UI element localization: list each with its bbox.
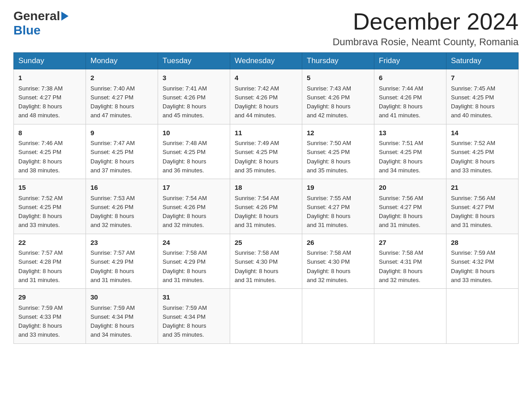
day-info: Sunrise: 7:55 AMSunset: 4:27 PMDaylight:… xyxy=(307,195,351,229)
calendar-cell: 14 Sunrise: 7:52 AMSunset: 4:25 PMDaylig… xyxy=(446,124,519,179)
day-number: 24 xyxy=(163,238,225,248)
day-info: Sunrise: 7:49 AMSunset: 4:25 PMDaylight:… xyxy=(235,140,279,174)
day-info: Sunrise: 7:59 AMSunset: 4:32 PMDaylight:… xyxy=(451,249,495,283)
col-wednesday: Wednesday xyxy=(230,53,302,69)
calendar-cell: 7 Sunrise: 7:45 AMSunset: 4:25 PMDayligh… xyxy=(446,69,519,124)
day-info: Sunrise: 7:57 AMSunset: 4:29 PMDaylight:… xyxy=(90,249,135,283)
day-number: 19 xyxy=(307,183,369,193)
day-number: 16 xyxy=(90,183,153,193)
day-number: 25 xyxy=(235,238,297,248)
day-number: 8 xyxy=(18,128,81,138)
calendar-cell: 11 Sunrise: 7:49 AMSunset: 4:25 PMDaylig… xyxy=(230,124,302,179)
day-number: 14 xyxy=(451,128,514,138)
calendar-cell: 26 Sunrise: 7:58 AMSunset: 4:30 PMDaylig… xyxy=(302,234,374,289)
logo-blue-text: Blue xyxy=(13,23,41,37)
calendar-cell: 4 Sunrise: 7:42 AMSunset: 4:26 PMDayligh… xyxy=(230,69,302,124)
day-info: Sunrise: 7:46 AMSunset: 4:25 PMDaylight:… xyxy=(18,140,63,174)
calendar-cell: 20 Sunrise: 7:56 AMSunset: 4:27 PMDaylig… xyxy=(374,179,446,234)
day-info: Sunrise: 7:44 AMSunset: 4:26 PMDaylight:… xyxy=(379,85,423,119)
location-subtitle: Dumbrava Rosie, Neamt County, Romania xyxy=(333,36,519,48)
day-number: 21 xyxy=(451,183,514,193)
calendar-week-row: 15 Sunrise: 7:52 AMSunset: 4:25 PMDaylig… xyxy=(14,179,519,234)
day-info: Sunrise: 7:42 AMSunset: 4:26 PMDaylight:… xyxy=(235,85,279,119)
day-number: 10 xyxy=(163,128,225,138)
col-friday: Friday xyxy=(374,53,446,69)
calendar-cell: 16 Sunrise: 7:53 AMSunset: 4:26 PMDaylig… xyxy=(86,179,158,234)
calendar-cell: 29 Sunrise: 7:59 AMSunset: 4:33 PMDaylig… xyxy=(14,289,86,344)
day-number: 3 xyxy=(163,73,225,83)
day-info: Sunrise: 7:58 AMSunset: 4:30 PMDaylight:… xyxy=(307,249,351,283)
day-info: Sunrise: 7:43 AMSunset: 4:26 PMDaylight:… xyxy=(307,85,351,119)
calendar-cell xyxy=(446,289,519,344)
month-title: December 2024 xyxy=(333,9,519,34)
col-saturday: Saturday xyxy=(446,53,519,69)
calendar-cell: 17 Sunrise: 7:54 AMSunset: 4:26 PMDaylig… xyxy=(158,179,230,234)
day-info: Sunrise: 7:45 AMSunset: 4:25 PMDaylight:… xyxy=(451,85,495,119)
day-number: 28 xyxy=(451,238,514,248)
day-number: 11 xyxy=(235,128,297,138)
day-number: 31 xyxy=(163,292,225,303)
day-info: Sunrise: 7:50 AMSunset: 4:25 PMDaylight:… xyxy=(307,140,351,174)
calendar-cell: 25 Sunrise: 7:58 AMSunset: 4:30 PMDaylig… xyxy=(230,234,302,289)
day-number: 22 xyxy=(18,238,81,248)
day-number: 30 xyxy=(90,292,153,303)
day-number: 2 xyxy=(90,73,153,83)
day-number: 23 xyxy=(90,238,153,248)
day-number: 13 xyxy=(379,128,442,138)
day-number: 6 xyxy=(379,73,442,83)
calendar-cell: 8 Sunrise: 7:46 AMSunset: 4:25 PMDayligh… xyxy=(14,124,86,179)
day-info: Sunrise: 7:59 AMSunset: 4:34 PMDaylight:… xyxy=(90,304,135,338)
calendar-cell: 28 Sunrise: 7:59 AMSunset: 4:32 PMDaylig… xyxy=(446,234,519,289)
day-number: 20 xyxy=(379,183,442,193)
day-number: 26 xyxy=(307,238,369,248)
page-header: General Blue December 2024 Dumbrava Rosi… xyxy=(13,9,519,48)
logo: General Blue xyxy=(13,9,70,38)
calendar-cell: 21 Sunrise: 7:56 AMSunset: 4:27 PMDaylig… xyxy=(446,179,519,234)
calendar-cell: 13 Sunrise: 7:51 AMSunset: 4:25 PMDaylig… xyxy=(374,124,446,179)
day-number: 9 xyxy=(90,128,153,138)
day-info: Sunrise: 7:58 AMSunset: 4:29 PMDaylight:… xyxy=(163,249,207,283)
calendar-week-row: 8 Sunrise: 7:46 AMSunset: 4:25 PMDayligh… xyxy=(14,124,519,179)
day-info: Sunrise: 7:38 AMSunset: 4:27 PMDaylight:… xyxy=(18,85,63,119)
day-number: 4 xyxy=(235,73,297,83)
col-sunday: Sunday xyxy=(14,53,86,69)
day-info: Sunrise: 7:40 AMSunset: 4:27 PMDaylight:… xyxy=(90,85,135,119)
day-info: Sunrise: 7:54 AMSunset: 4:26 PMDaylight:… xyxy=(163,195,207,229)
day-info: Sunrise: 7:58 AMSunset: 4:30 PMDaylight:… xyxy=(235,249,279,283)
day-info: Sunrise: 7:53 AMSunset: 4:26 PMDaylight:… xyxy=(90,195,135,229)
logo-general-text: General xyxy=(13,9,60,23)
calendar-cell: 2 Sunrise: 7:40 AMSunset: 4:27 PMDayligh… xyxy=(86,69,158,124)
day-number: 12 xyxy=(307,128,369,138)
calendar-cell: 15 Sunrise: 7:52 AMSunset: 4:25 PMDaylig… xyxy=(14,179,86,234)
logo-arrow-icon xyxy=(61,12,69,21)
day-number: 1 xyxy=(18,73,81,83)
day-number: 15 xyxy=(18,183,81,193)
day-number: 5 xyxy=(307,73,369,83)
calendar-cell xyxy=(302,289,374,344)
day-info: Sunrise: 7:52 AMSunset: 4:25 PMDaylight:… xyxy=(18,195,63,229)
day-number: 27 xyxy=(379,238,442,248)
day-number: 17 xyxy=(163,183,225,193)
calendar-cell: 30 Sunrise: 7:59 AMSunset: 4:34 PMDaylig… xyxy=(86,289,158,344)
day-number: 29 xyxy=(18,292,81,303)
col-thursday: Thursday xyxy=(302,53,374,69)
day-info: Sunrise: 7:56 AMSunset: 4:27 PMDaylight:… xyxy=(451,195,495,229)
calendar-week-row: 1 Sunrise: 7:38 AMSunset: 4:27 PMDayligh… xyxy=(14,69,519,124)
calendar-cell: 6 Sunrise: 7:44 AMSunset: 4:26 PMDayligh… xyxy=(374,69,446,124)
calendar-header-row: Sunday Monday Tuesday Wednesday Thursday… xyxy=(14,53,519,69)
calendar-cell: 18 Sunrise: 7:54 AMSunset: 4:26 PMDaylig… xyxy=(230,179,302,234)
day-info: Sunrise: 7:54 AMSunset: 4:26 PMDaylight:… xyxy=(235,195,279,229)
col-monday: Monday xyxy=(86,53,158,69)
day-number: 7 xyxy=(451,73,514,83)
calendar-cell: 19 Sunrise: 7:55 AMSunset: 4:27 PMDaylig… xyxy=(302,179,374,234)
day-info: Sunrise: 7:48 AMSunset: 4:25 PMDaylight:… xyxy=(163,140,207,174)
calendar-cell: 24 Sunrise: 7:58 AMSunset: 4:29 PMDaylig… xyxy=(158,234,230,289)
calendar-cell: 23 Sunrise: 7:57 AMSunset: 4:29 PMDaylig… xyxy=(86,234,158,289)
calendar-cell: 12 Sunrise: 7:50 AMSunset: 4:25 PMDaylig… xyxy=(302,124,374,179)
calendar-week-row: 22 Sunrise: 7:57 AMSunset: 4:28 PMDaylig… xyxy=(14,234,519,289)
day-info: Sunrise: 7:52 AMSunset: 4:25 PMDaylight:… xyxy=(451,140,495,174)
calendar-cell: 9 Sunrise: 7:47 AMSunset: 4:25 PMDayligh… xyxy=(86,124,158,179)
title-area: December 2024 Dumbrava Rosie, Neamt Coun… xyxy=(333,9,519,48)
day-number: 18 xyxy=(235,183,297,193)
calendar-cell: 3 Sunrise: 7:41 AMSunset: 4:26 PMDayligh… xyxy=(158,69,230,124)
